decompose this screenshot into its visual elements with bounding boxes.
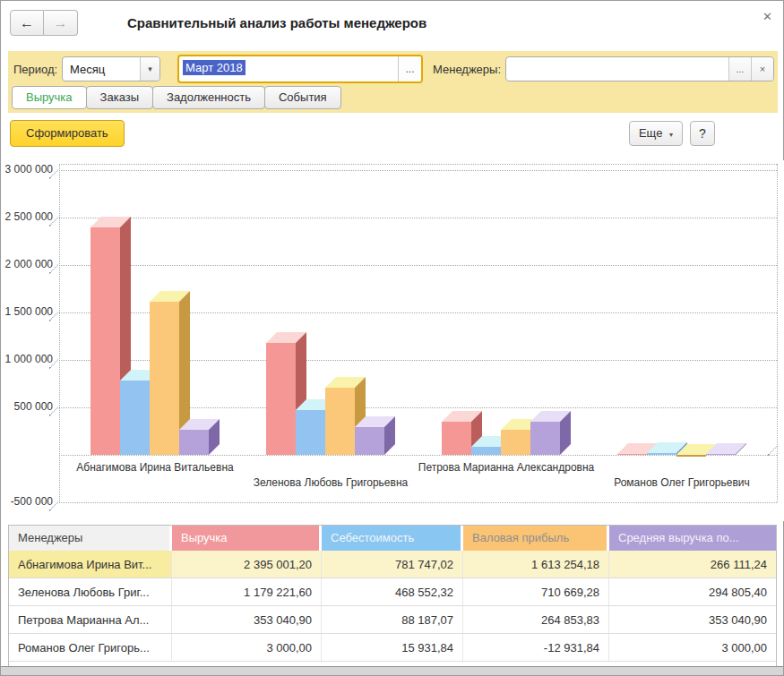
- row-0-name[interactable]: Абнагимова Ирина Вит...: [9, 551, 172, 578]
- x-axis-label: Абнагимова Ирина Витальевна: [76, 461, 233, 474]
- date-input-value: Март 2018: [183, 60, 246, 75]
- y-axis-label: -500 000: [1, 495, 53, 508]
- y-axis-label: 1 500 000: [1, 305, 53, 318]
- row-1-cell-1[interactable]: 468 552,32: [322, 578, 463, 606]
- y-axis-label: 1 000 000: [1, 353, 53, 365]
- gridline: [59, 170, 777, 171]
- period-label: Период:: [13, 63, 57, 76]
- bar-chart: 3 000 0002 500 0002 000 0001 500 0001 00…: [1, 160, 784, 521]
- titlebar: ← → Сравнительный анализ работы менеджер…: [1, 1, 783, 51]
- date-ellipsis-button[interactable]: ...: [398, 56, 421, 81]
- row-2-cell-1[interactable]: 88 187,07: [322, 606, 463, 634]
- y-axis-label: 3 000 000: [1, 163, 53, 175]
- bar-0-0[interactable]: [90, 227, 120, 455]
- bar-1-0[interactable]: [120, 381, 150, 455]
- managers-clear-button[interactable]: ×: [751, 57, 773, 81]
- gridline: [59, 265, 777, 266]
- bar-2-3[interactable]: [676, 455, 706, 457]
- row-3-cell-1[interactable]: 15 931,84: [322, 634, 463, 662]
- more-button-label: Еще: [639, 126, 662, 140]
- row-0-cell-2[interactable]: 1 613 254,18: [463, 551, 609, 578]
- row-1-cell-3[interactable]: 294 805,40: [609, 578, 776, 606]
- filter-band: Период: Месяц ▾ Март 2018 ... Менеджеры:…: [8, 51, 778, 113]
- row-2-cell-2[interactable]: 264 853,83: [463, 606, 609, 634]
- bar-3-2[interactable]: [530, 422, 560, 455]
- row-3-name[interactable]: Романов Олег Григорь...: [9, 634, 172, 662]
- row-3-cell-3[interactable]: 3 000,00: [609, 634, 776, 662]
- more-button[interactable]: Еще ▾: [629, 121, 683, 146]
- plot-right-border: [777, 164, 778, 502]
- y-axis-label: 500 000: [1, 400, 53, 413]
- row-3-cell-2[interactable]: -12 931,84: [463, 634, 609, 662]
- managers-input-value: [506, 57, 728, 81]
- date-input[interactable]: Март 2018 ...: [177, 55, 423, 83]
- close-icon[interactable]: ✕: [762, 10, 772, 23]
- nav-buttons: ← →: [10, 10, 78, 36]
- tab-2[interactable]: Задолженность: [152, 86, 265, 109]
- row-1-name[interactable]: Зеленова Любовь Григ...: [9, 578, 172, 606]
- managers-ellipsis-button[interactable]: ...: [728, 57, 751, 81]
- bar-2-2[interactable]: [501, 430, 530, 455]
- window-bottom-strip: [1, 666, 783, 675]
- gridline: [59, 502, 777, 503]
- table-row[interactable]: Зеленова Любовь Григ...1 179 221,60468 5…: [9, 578, 776, 606]
- bar-1-1[interactable]: [296, 410, 325, 455]
- row-2-name[interactable]: Петрова Марианна Ал...: [9, 606, 172, 634]
- tabs: ВыручкаЗаказыЗадолженностьСобытия: [12, 86, 340, 109]
- bar-1-3[interactable]: [647, 453, 676, 455]
- row-3-cell-0[interactable]: 3 000,00: [172, 634, 322, 662]
- row-1-cell-2[interactable]: 710 669,28: [463, 578, 609, 606]
- column-header-3[interactable]: Валовая прибыль: [463, 526, 609, 551]
- table-header-row: МенеджерыВыручкаСебестоимостьВаловая при…: [9, 526, 776, 551]
- action-row: Сформировать Еще ▾ ?: [1, 113, 783, 160]
- x-axis-label: Зеленова Любовь Григорьевна: [254, 476, 408, 489]
- column-header-1[interactable]: Выручка: [172, 526, 322, 551]
- table-row[interactable]: Петрова Марианна Ал...353 040,9088 187,0…: [9, 606, 776, 634]
- zero-gridline: [59, 455, 777, 456]
- generate-button[interactable]: Сформировать: [10, 120, 125, 147]
- row-2-cell-3[interactable]: 353 040,90: [609, 606, 776, 634]
- table-row[interactable]: Абнагимова Ирина Вит...2 395 001,20781 7…: [9, 551, 776, 578]
- bar-0-2[interactable]: [442, 422, 471, 455]
- row-0-cell-1[interactable]: 781 747,02: [322, 551, 463, 578]
- row-2-cell-0[interactable]: 353 040,90: [172, 606, 322, 634]
- y-axis-label: 2 000 000: [1, 258, 53, 270]
- tab-1[interactable]: Заказы: [86, 86, 153, 109]
- tab-0[interactable]: Выручка: [12, 86, 87, 109]
- row-0-cell-0[interactable]: 2 395 001,20: [172, 551, 322, 578]
- x-axis-label: Романов Олег Григорьевич: [614, 476, 750, 489]
- tab-3[interactable]: События: [264, 86, 341, 109]
- bar-0-1[interactable]: [266, 343, 296, 455]
- managers-label: Менеджеры:: [433, 63, 501, 76]
- forward-button[interactable]: →: [44, 10, 78, 36]
- period-select[interactable]: Месяц ▾: [62, 56, 160, 81]
- period-select-value: Месяц: [63, 57, 140, 81]
- table-row[interactable]: Романов Олег Григорь...3 000,0015 931,84…: [9, 634, 776, 662]
- bar-3-1[interactable]: [355, 427, 384, 455]
- chevron-down-icon: ▾: [669, 131, 673, 139]
- managers-input[interactable]: ... ×: [505, 56, 774, 81]
- plot-left-border: [59, 164, 60, 502]
- y-axis-label: 2 500 000: [1, 210, 53, 223]
- bar-2-1[interactable]: [325, 388, 355, 455]
- results-table: МенеджерыВыручкаСебестоимостьВаловая при…: [8, 525, 777, 668]
- help-button[interactable]: ?: [690, 121, 715, 146]
- plot-top-border: [59, 164, 777, 165]
- row-1-cell-0[interactable]: 1 179 221,60: [172, 578, 322, 606]
- chevron-down-icon[interactable]: ▾: [140, 57, 159, 81]
- bar-1-2[interactable]: [471, 447, 501, 455]
- column-header-4[interactable]: Средняя выручка по...: [609, 526, 776, 551]
- bar-2-0[interactable]: [150, 302, 179, 455]
- bar-0-3[interactable]: [617, 454, 647, 455]
- report-window: ← → Сравнительный анализ работы менеджер…: [0, 0, 784, 676]
- column-header-0[interactable]: Менеджеры: [9, 526, 172, 551]
- row-0-cell-3[interactable]: 266 111,24: [609, 551, 776, 578]
- bar-3-3[interactable]: [706, 454, 736, 455]
- x-axis-label: Петрова Марианна Александровна: [418, 461, 595, 474]
- page-title: Сравнительный анализ работы менеджеров: [127, 15, 426, 30]
- bar-3-0[interactable]: [179, 430, 209, 455]
- gridline: [59, 218, 777, 218]
- back-button[interactable]: ←: [10, 10, 44, 36]
- column-header-2[interactable]: Себестоимость: [322, 526, 463, 551]
